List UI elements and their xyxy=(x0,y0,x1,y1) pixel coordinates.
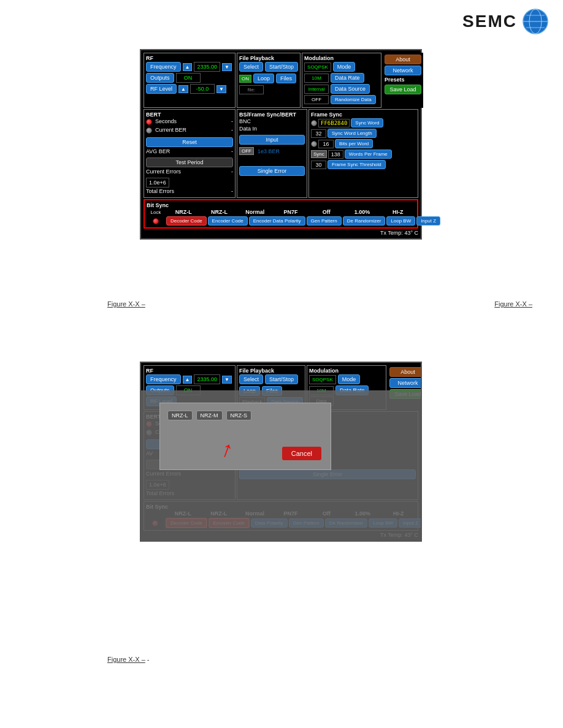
bottom-dash: - xyxy=(147,656,150,663)
bert-block: BERT Seconds - Current BER xyxy=(144,109,236,198)
data-source-button[interactable]: Data Source xyxy=(331,84,370,94)
dialog-options: NRZ-L NRZ-M NRZ-S xyxy=(167,411,323,420)
rflevel-up-arrow[interactable]: ▲ xyxy=(178,85,188,93)
current-errors-label: Current Errors xyxy=(146,169,181,175)
val-138: 138 xyxy=(328,150,343,159)
frame-sync-threshold-button[interactable]: Frame Sync Threshold xyxy=(327,160,386,169)
val-32: 32 xyxy=(311,129,326,138)
nrzl-option[interactable]: NRZ-L xyxy=(167,411,193,420)
presets-label: Presets xyxy=(385,77,405,83)
total-errors-dash: - xyxy=(231,188,233,194)
single-error-button[interactable]: Single Error xyxy=(239,166,305,176)
temp-display-1: Tx Temp: 43° C xyxy=(144,230,418,236)
rf-level-value: -50.0 xyxy=(190,84,215,94)
pn7f-value: PN7F xyxy=(283,209,297,215)
encoder-data-polarity-button[interactable]: Encoder Data Polarity xyxy=(249,216,305,226)
off-toggle[interactable]: OFF xyxy=(239,147,254,155)
freq-up-arrow[interactable]: ▲ xyxy=(183,63,193,71)
avg-ber-dash: - xyxy=(231,148,233,154)
bs-frame-sync-block: BS/Frame Sync/BERT BNC Data In Input OFF… xyxy=(237,109,307,198)
encoder-code-button[interactable]: Encoder Code xyxy=(208,216,248,226)
panel-2: RF Frequency ▲ 2335.00 ▼ Outputs ON RF L… xyxy=(140,362,422,542)
lock-label: Lock xyxy=(151,210,161,215)
val-16: 16 xyxy=(318,140,334,148)
save-load-button[interactable]: Save Load xyxy=(385,85,421,94)
outputs-button[interactable]: Outputs xyxy=(146,73,174,83)
mod-type-2: SOQPSK xyxy=(309,375,336,384)
device-panel-1: RF Frequency ▲ 2335.00 ▼ Outputs ON RF L… xyxy=(140,49,422,240)
loop-bw-button[interactable]: Loop BW xyxy=(386,216,415,226)
fs-led-2 xyxy=(311,141,317,147)
frequency-value-2: 2335.00 xyxy=(194,374,220,384)
rflevel-down-arrow[interactable]: ▼ xyxy=(216,85,226,93)
bert-led-2 xyxy=(146,127,152,134)
input-z-button[interactable]: Input Z xyxy=(416,216,440,226)
data-rate-button[interactable]: Data Rate xyxy=(331,73,364,83)
freq-down-arrow-2[interactable]: ▼ xyxy=(222,376,232,384)
bert-label: BERT xyxy=(146,112,233,118)
network-button-2[interactable]: Network xyxy=(389,378,422,388)
logo-text: SEMC xyxy=(462,12,517,31)
bert-led xyxy=(146,119,152,125)
test-period-button[interactable]: Test Period xyxy=(146,157,233,167)
gen-pattern-button[interactable]: Gen Pattern xyxy=(307,216,342,226)
presets-block: About Network Presets Save Load xyxy=(383,53,423,108)
mode-button-2[interactable]: Mode xyxy=(338,374,361,384)
loop-button[interactable]: Loop xyxy=(253,74,274,83)
cancel-button[interactable]: Cancel xyxy=(282,447,321,460)
de-randomizer-button[interactable]: De Randomizer xyxy=(343,216,386,226)
bnc-label: BNC xyxy=(239,118,251,124)
frequency-value: 2335.00 xyxy=(194,62,220,72)
files-button[interactable]: Files xyxy=(276,74,296,83)
words-per-frame-button[interactable]: Words Per Frame xyxy=(345,150,392,159)
sync-word-hex: FF6B2840 xyxy=(318,119,350,127)
nrzm-option[interactable]: NRZ-M xyxy=(196,411,223,420)
frequency-button-2[interactable]: Frequency xyxy=(146,374,181,384)
seconds-dash: - xyxy=(231,118,233,124)
about-button[interactable]: About xyxy=(385,55,421,64)
randomize-button[interactable]: Randomize Data xyxy=(331,95,376,104)
mode-button[interactable]: Mode xyxy=(333,62,356,72)
seconds-label: Seconds xyxy=(155,118,177,124)
decoder-code-button[interactable]: Decoder Code xyxy=(166,216,207,226)
val-30: 30 xyxy=(311,161,326,169)
file-playback-label-2: File Playback xyxy=(239,368,303,374)
panel-1: RF Frequency ▲ 2335.00 ▼ Outputs ON RF L… xyxy=(140,49,422,240)
rf-label: RF xyxy=(146,55,233,61)
rf-level-button[interactable]: RF Level xyxy=(146,84,177,94)
select-button[interactable]: Select xyxy=(239,62,263,72)
freq-down-arrow[interactable]: ▼ xyxy=(222,63,232,71)
frequency-button[interactable]: Frequency xyxy=(146,62,181,72)
nrzl-1-value: NRZ-L xyxy=(175,209,192,215)
freq-up-arrow-2[interactable]: ▲ xyxy=(183,376,193,384)
nrzs-option[interactable]: NRZ-S xyxy=(226,411,252,420)
sync-word-button[interactable]: Sync Word xyxy=(351,118,383,127)
normal-value: Normal xyxy=(245,209,264,215)
select-button-2[interactable]: Select xyxy=(239,374,263,384)
test-period-value: 1.0e+6 xyxy=(146,178,169,188)
bit-sync-block: Bit Sync Lock NRZ-L NRZ-L Normal PN7F xyxy=(144,199,418,229)
current-ber-label: Current BER xyxy=(155,127,186,133)
sync-word-length-button[interactable]: Sync Word Length xyxy=(327,129,377,138)
off-value: Off xyxy=(323,209,331,215)
current-errors-dash: - xyxy=(231,169,233,175)
frame-sync-block: Frame Sync FF6B2840 Sync Word 32 Sync Wo… xyxy=(308,109,418,198)
bits-per-word-button[interactable]: Bits per Word xyxy=(335,139,373,148)
pct-value: 1.00% xyxy=(354,209,370,215)
modulation-label: Modulation xyxy=(304,55,379,61)
start-stop-button[interactable]: Start/Stop xyxy=(265,62,298,72)
on-toggle[interactable]: ON xyxy=(239,75,251,83)
reset-button[interactable]: Reset xyxy=(146,137,233,147)
nrzl-2-value: NRZ-L xyxy=(211,209,228,215)
data-source-type: Internal xyxy=(304,85,329,94)
network-button[interactable]: Network xyxy=(385,66,421,75)
hiz-value: HI-Z xyxy=(393,209,404,215)
input-button[interactable]: Input xyxy=(239,135,305,145)
about-button-2[interactable]: About xyxy=(389,367,422,377)
logo-globe-icon xyxy=(520,6,551,37)
rf-block: RF Frequency ▲ 2335.00 ▼ Outputs ON RF L… xyxy=(144,53,236,108)
sync-label[interactable]: Sync xyxy=(311,150,327,158)
avg-ber-label: AVG BER xyxy=(146,148,170,154)
bottom-text: Figure X-X – - xyxy=(107,656,149,663)
start-stop-button-2[interactable]: Start/Stop xyxy=(265,374,298,384)
